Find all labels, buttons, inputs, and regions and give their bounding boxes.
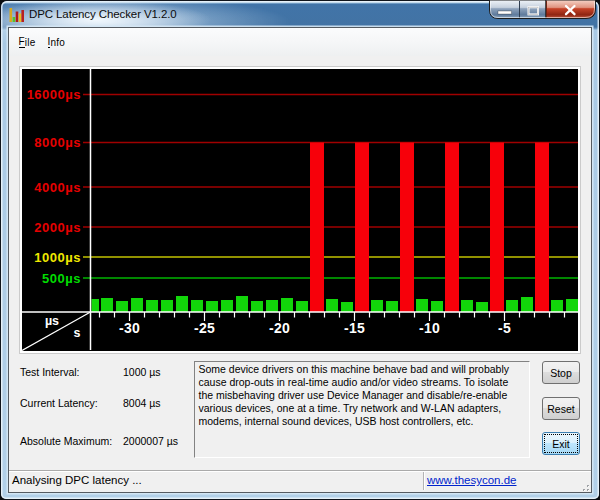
- svg-text:-15: -15: [344, 320, 365, 336]
- svg-text:4000µs: 4000µs: [34, 180, 81, 195]
- svg-text:2000µs: 2000µs: [34, 220, 81, 235]
- svg-text:500µs: 500µs: [42, 271, 81, 286]
- svg-text:-10: -10: [419, 320, 440, 336]
- svg-text:-20: -20: [269, 320, 290, 336]
- svg-text:1000µs: 1000µs: [34, 250, 81, 265]
- svg-text:µs: µs: [45, 314, 59, 328]
- svg-text:-5: -5: [498, 320, 511, 336]
- svg-text:-25: -25: [194, 320, 215, 336]
- svg-text:-30: -30: [119, 320, 140, 336]
- svg-text:16000µs: 16000µs: [27, 87, 81, 102]
- svg-text:8000µs: 8000µs: [34, 135, 81, 150]
- svg-text:s: s: [74, 326, 81, 340]
